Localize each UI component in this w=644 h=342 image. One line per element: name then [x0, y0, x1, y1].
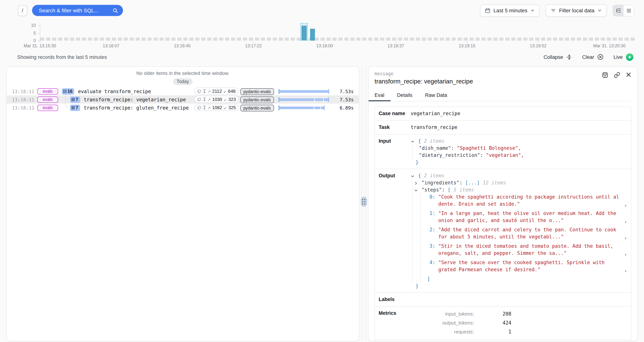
link-icon[interactable] — [614, 72, 620, 78]
x-axis-label: Mar 31. 13:15:30 — [24, 44, 56, 48]
bar-13-18-09[interactable] — [310, 29, 315, 40]
x-axis-tick — [254, 41, 254, 43]
close-icon[interactable] — [626, 72, 631, 78]
evals-tag[interactable]: evals — [37, 96, 58, 103]
x-axis-tick — [324, 41, 325, 43]
chevron-down-icon[interactable] — [414, 188, 418, 192]
trace-row[interactable]: 13:18:11 evals ⊞ 7 transform_recipe: veg… — [7, 95, 359, 104]
token-stats-pill[interactable]: Σ ↗ 2112 ↙ 648 — [194, 88, 238, 95]
tree-view-toggle[interactable] — [613, 5, 624, 16]
assertions-row: Assertions — [375, 340, 631, 341]
filter-local-data-button[interactable]: Filter local data — [546, 4, 607, 16]
filter-local-data-label: Filter local data — [559, 8, 594, 14]
input-tokens-arrow-icon: ↗ — [208, 98, 211, 101]
duration-text: 6.89s — [333, 105, 354, 110]
duration-bar-column — [278, 89, 329, 94]
evals-tag[interactable]: evals — [37, 104, 58, 111]
clear-button[interactable]: Clear — [582, 54, 604, 60]
task-row: Task transform_recipe — [375, 121, 631, 134]
json-string-value: "Spaghetti Bolognese", — [457, 145, 521, 151]
detail-header-actions — [602, 72, 631, 78]
items-count-note: 2 items — [424, 173, 444, 178]
search-button[interactable]: Search & filter with SQL... — [32, 5, 123, 16]
output-tokens-arrow-icon: ↙ — [224, 106, 227, 110]
items-count-note: 12 items — [483, 180, 506, 186]
tab-details[interactable]: Details — [397, 92, 412, 101]
x-axis-tick — [538, 41, 538, 43]
span-title: transform_recipe: vegetarian_recipe — [84, 97, 194, 102]
token-stats-pill[interactable]: Σ ↗ 1030 ↙ 323 — [194, 96, 239, 103]
labels-value — [411, 296, 631, 303]
slash-shortcut-key[interactable]: / — [18, 5, 27, 16]
x-axis-label: 13:19:15 — [458, 44, 475, 48]
input-tokens-value: 1082 — [212, 105, 222, 110]
output-tokens-arrow-icon: ↙ — [224, 98, 227, 101]
collapse-button[interactable]: Collapse — [544, 54, 572, 60]
records-timeline-chart[interactable]: 10 5 0 Mar 31. 13:15:30 13:16:07 13:16:4… — [0, 21, 644, 50]
chart-plot-area[interactable] — [40, 23, 635, 40]
items-count-note: 2 items — [424, 138, 444, 144]
active-tab-underline — [368, 100, 391, 101]
service-tag[interactable]: pydantic-evals — [240, 104, 274, 111]
span-count-badge[interactable]: ⊞ 7 — [70, 104, 80, 111]
output-tokens-value: 648 — [228, 89, 236, 94]
tab-raw-data[interactable]: Raw Data — [425, 92, 447, 101]
output-json-viewer: { 2 items "ingredients": [...] 12 items — [411, 172, 631, 290]
dock-panel-icon[interactable] — [602, 72, 608, 78]
duration-bar[interactable] — [278, 89, 329, 94]
service-column: pydantic-evals — [240, 96, 278, 103]
y-axis-tick-label: 5 — [24, 31, 36, 36]
sigma-icon: Σ — [203, 106, 206, 110]
chevron-down-icon — [530, 8, 535, 13]
metric-key: input_tokens: — [411, 310, 474, 318]
duration-bar-column — [278, 105, 329, 110]
x-axis-label: 13:18:37 — [388, 44, 404, 48]
live-toggle[interactable]: Live — [614, 53, 634, 61]
tab-eval[interactable]: Eval — [374, 92, 384, 101]
tab-raw-data-label: Raw Data — [425, 92, 447, 98]
task-label: Task — [375, 124, 411, 131]
showing-records-text: Showing records from the last 5 minutes — [17, 54, 107, 60]
x-axis-tick — [182, 41, 182, 43]
json-key: "steps": — [422, 187, 445, 192]
y-axis-tick — [38, 25, 40, 26]
duration-bar[interactable] — [278, 105, 329, 110]
metrics-row: Metrics input_tokens:208 output_tokens:4… — [375, 306, 631, 340]
empty-bucket-markers — [40, 38, 635, 40]
trace-row[interactable]: 13:18:11 evals ⊟ 16 evaluate transform_r… — [7, 87, 359, 95]
collapsed-array[interactable]: [...] — [465, 180, 480, 186]
eval-detail-table: Case name vegetarian_recipe Task transfo… — [374, 106, 631, 341]
list-view-toggle[interactable] — [624, 5, 634, 16]
duration-text: 7.53s — [333, 97, 354, 102]
json-nested-block: "dish_name": "Spaghetti Bolognese", "die… — [412, 144, 627, 159]
duration-bar[interactable] — [278, 97, 329, 102]
metric-key: requests: — [411, 328, 474, 336]
x-axis-tick — [40, 41, 40, 43]
json-array-item: 3: "Stir in the diced tomatoes and tomat… — [427, 242, 627, 257]
date-badge[interactable]: Today — [173, 78, 193, 85]
clear-button-label: Clear — [582, 54, 594, 60]
span-count-badge[interactable]: ⊞ 7 — [70, 96, 80, 103]
service-tag[interactable]: pydantic-evals — [240, 88, 274, 95]
evals-tag[interactable]: evals — [37, 88, 58, 94]
service-column: pydantic-evals — [240, 88, 278, 95]
close-bracket: ] — [427, 275, 627, 282]
json-line: "dish_name": "Spaghetti Bolognese", — [419, 144, 627, 152]
selected-bar[interactable] — [300, 23, 308, 40]
trailing-comma: , — [624, 200, 627, 208]
token-stats-pill[interactable]: Σ ↗ 1082 ↙ 325 — [194, 104, 239, 111]
input-json-viewer: { 2 items "dish_name": "Spaghetti Bologn… — [411, 138, 631, 166]
span-title: evaluate transform_recipe — [78, 88, 194, 94]
metric-item: requests:1 — [411, 328, 627, 336]
chevron-down-icon[interactable] — [411, 174, 415, 178]
span-count-badge[interactable]: ⊟ 16 — [62, 88, 74, 94]
panel-resize-handle[interactable] — [360, 197, 367, 207]
chevron-right-icon[interactable] — [414, 181, 418, 185]
x-axis-label: 13:19:52 — [530, 44, 546, 48]
time-range-button[interactable]: Last 5 minutes — [480, 4, 540, 16]
output-tokens-arrow-icon: ↙ — [223, 89, 226, 93]
trace-row[interactable]: 13:18:11 evals ⊞ 7 transform_recipe: glu… — [7, 104, 359, 112]
chevron-down-icon[interactable] — [411, 140, 415, 143]
service-tag[interactable]: pydantic-evals — [240, 96, 274, 103]
json-line: { 2 items — [411, 138, 627, 144]
